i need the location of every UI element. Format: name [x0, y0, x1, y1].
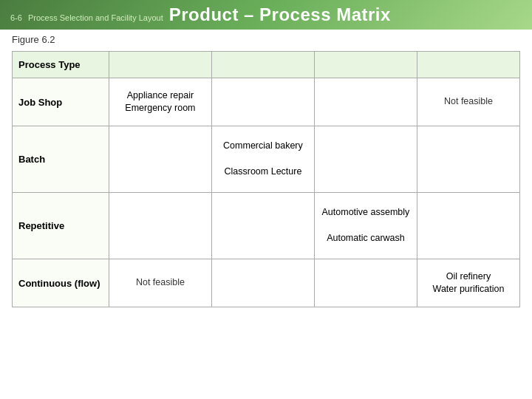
col-header-medium-low [211, 52, 314, 78]
job-shop-col2 [211, 78, 314, 126]
header-bar: 6-6 Process Selection and Facility Layou… [0, 0, 532, 30]
process-type-job-shop: Job Shop [13, 78, 109, 126]
continuous-col3 [314, 259, 417, 307]
batch-col1 [109, 126, 211, 193]
figure-label: Figure 6.2 [0, 30, 532, 48]
batch-col3 [314, 126, 417, 193]
continuous-col2 [211, 259, 314, 307]
table-row: Batch Commercial bakeryClassroom Lecture [13, 126, 520, 193]
batch-col2: Commercial bakeryClassroom Lecture [211, 126, 314, 193]
repetitive-col1 [109, 193, 211, 259]
page-title: Product – Process Matrix [169, 4, 391, 25]
job-shop-col4: Not feasible [417, 78, 519, 126]
repetitive-col4 [417, 193, 519, 259]
repetitive-col3: Automotive assemblyAutomatic carwash [314, 193, 417, 259]
product-process-matrix: Process Type Job Shop Appliance repairEm… [12, 51, 520, 307]
continuous-col4: Oil refineryWater purification [417, 259, 519, 307]
col-header-medium-high [314, 52, 417, 78]
table-row: Continuous (flow) Not feasible Oil refin… [13, 259, 520, 307]
col-header-low [109, 52, 211, 78]
job-shop-col1: Appliance repairEmergency room [109, 78, 211, 126]
process-type-repetitive: Repetitive [13, 193, 109, 259]
repetitive-col2 [211, 193, 314, 259]
col-header-process-type: Process Type [13, 52, 109, 78]
col-header-high [417, 52, 519, 78]
process-type-continuous: Continuous (flow) [13, 259, 109, 307]
chapter-label: 6-6 [10, 13, 22, 22]
table-row: Repetitive Automotive assemblyAutomatic … [13, 193, 520, 259]
table-row: Job Shop Appliance repairEmergency room … [13, 78, 520, 126]
matrix-wrapper: Process Type Job Shop Appliance repairEm… [0, 48, 532, 313]
header-row: Process Type [13, 52, 520, 78]
subtitle-label: Process Selection and Facility Layout [28, 13, 163, 22]
process-type-batch: Batch [13, 126, 109, 193]
job-shop-col3 [314, 78, 417, 126]
continuous-col1: Not feasible [109, 259, 211, 307]
batch-col4 [417, 126, 519, 193]
